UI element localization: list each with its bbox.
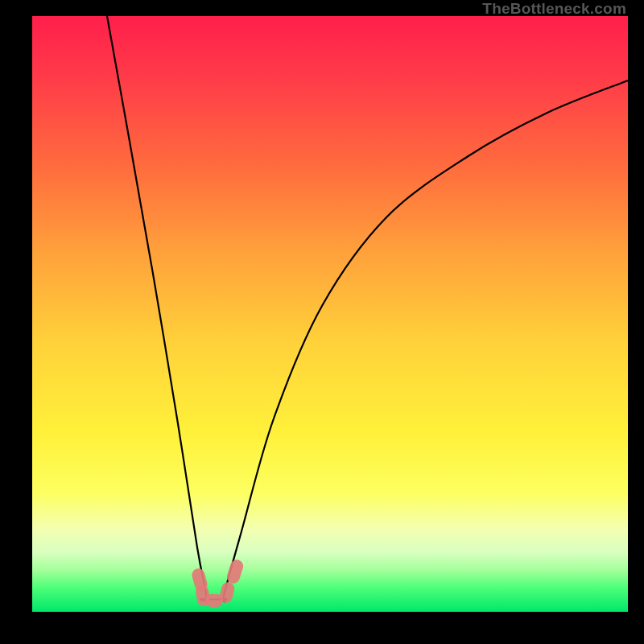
gradient-background: [32, 16, 628, 612]
attribution-text: TheBottleneck.com: [482, 0, 626, 18]
bottleneck-chart: [32, 16, 628, 612]
chart-frame: [32, 16, 628, 612]
